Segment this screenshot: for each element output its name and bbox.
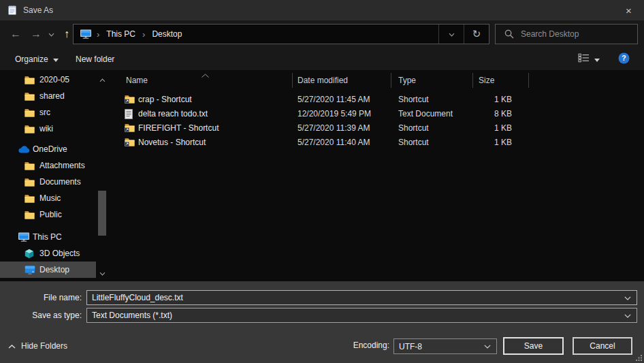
close-button[interactable]: × xyxy=(613,0,644,20)
sidebar-item-label: Desktop xyxy=(39,265,69,274)
chevron-down-icon xyxy=(48,29,54,39)
folder-shortcut-icon xyxy=(125,123,135,132)
folder-icon xyxy=(25,92,37,101)
column-header-date-modified[interactable]: Date modified xyxy=(293,73,391,88)
file-size: 1 KB xyxy=(449,95,512,104)
sidebar-item-music[interactable]: Music xyxy=(0,190,96,206)
sidebar-item-desktop[interactable]: Desktop xyxy=(0,262,96,278)
file-type: Shortcut xyxy=(398,95,429,104)
file-row-firefight-shortcut[interactable]: FIREFIGHT - Shortcut5/27/2020 11:39 AMSh… xyxy=(109,121,644,136)
help-button[interactable]: ? xyxy=(618,48,630,70)
organize-button[interactable]: Organize xyxy=(15,48,59,70)
sidebar-item-label: 2020-05 xyxy=(39,75,69,84)
save-as-dialog: Save As × ← → ↑ › This PC › Desktop ↻ Or… xyxy=(0,0,644,363)
chevron-down-icon xyxy=(449,29,455,39)
file-row-novetus-shortcut[interactable]: Novetus - Shortcut5/27/2020 11:40 AMShor… xyxy=(109,136,644,150)
sidebar-item-label: OneDrive xyxy=(33,144,67,154)
folder-shortcut-icon xyxy=(125,95,135,104)
file-date-modified: 5/27/2020 11:40 AM xyxy=(297,138,370,147)
refresh-button[interactable]: ↻ xyxy=(464,25,489,44)
folder-icon xyxy=(25,161,37,170)
scroll-down-button[interactable] xyxy=(97,268,108,279)
folder-tree: 2020-05sharedsrcwikiOneDriveAttachmentsD… xyxy=(0,72,109,281)
hide-folders-label: Hide Folders xyxy=(21,341,67,351)
file-name: crap - Shortcut xyxy=(138,95,192,104)
save-as-type-select[interactable]: Text Documents (*.txt) xyxy=(86,308,637,323)
breadcrumb[interactable]: › This PC › Desktop ↻ xyxy=(73,24,489,44)
chevron-up-icon xyxy=(99,75,106,84)
file-list: Name Date modified Type Size crap - Shor… xyxy=(109,70,644,281)
folder-shortcut-icon xyxy=(125,138,135,146)
search-icon xyxy=(504,29,514,39)
encoding-label: Encoding: xyxy=(308,341,389,350)
sidebar-item-this-pc[interactable]: This PC xyxy=(0,229,96,245)
sidebar-item-documents[interactable]: Documents xyxy=(0,174,96,190)
file-name-label: File name: xyxy=(0,293,82,302)
sidebar-item-onedrive[interactable]: OneDrive xyxy=(0,141,96,157)
file-name: FIREFIGHT - Shortcut xyxy=(138,123,219,133)
footer: File name: Save as type: Text Documents … xyxy=(0,281,644,363)
scrollbar-thumb[interactable] xyxy=(98,191,106,236)
file-type: Shortcut xyxy=(398,123,429,133)
sidebar-item-attachments[interactable]: Attachments xyxy=(0,157,96,174)
folder-icon xyxy=(25,210,37,219)
save-as-type-value: Text Documents (*.txt) xyxy=(92,311,172,320)
folder-icon xyxy=(25,178,37,187)
sidebar-item-label: wiki xyxy=(39,124,53,133)
resize-grip[interactable] xyxy=(636,355,642,361)
encoding-select[interactable]: UTF-8 xyxy=(393,338,497,354)
search-input[interactable] xyxy=(521,29,637,39)
sidebar-item-2020-05[interactable]: 2020-05 xyxy=(0,72,96,88)
file-name-combo xyxy=(86,290,637,305)
caret-down-icon xyxy=(53,54,59,64)
sidebar-item-label: src xyxy=(39,108,50,117)
breadcrumb-desktop[interactable]: Desktop xyxy=(150,25,184,44)
folder-icon xyxy=(25,76,37,84)
sidebar-scrollbar[interactable] xyxy=(97,70,108,281)
search-box xyxy=(495,24,638,44)
new-folder-button[interactable]: New folder xyxy=(76,48,114,70)
navigation-bar: ← → ↑ › This PC › Desktop ↻ xyxy=(0,20,644,48)
save-button[interactable]: Save xyxy=(503,337,564,355)
chevron-down-icon xyxy=(99,268,106,278)
change-view-button[interactable] xyxy=(578,48,600,70)
folder-icon xyxy=(25,125,37,133)
details-view-icon xyxy=(578,53,590,65)
window-title: Save As xyxy=(23,5,53,15)
address-dropdown-button[interactable] xyxy=(438,25,464,44)
file-name-input[interactable] xyxy=(92,293,637,302)
file-row-delta-reach-todo-txt[interactable]: delta reach todo.txt12/20/2019 5:49 PMTe… xyxy=(109,107,644,121)
sort-ascending-icon xyxy=(201,71,210,80)
organize-label: Organize xyxy=(15,54,48,64)
help-icon: ? xyxy=(618,52,630,66)
scroll-up-button[interactable] xyxy=(97,74,108,85)
sidebar-item-shared[interactable]: shared xyxy=(0,88,96,104)
sidebar-item-src[interactable]: src xyxy=(0,104,96,121)
column-header-type[interactable]: Type xyxy=(391,73,473,88)
file-row-crap-shortcut[interactable]: crap - Shortcut5/27/2020 11:45 AMShortcu… xyxy=(109,93,644,107)
forward-button[interactable]: → xyxy=(26,20,46,48)
file-date-modified: 5/27/2020 11:45 AM xyxy=(297,95,370,104)
sidebar-item-label: Attachments xyxy=(39,161,85,170)
sidebar-item-label: This PC xyxy=(33,232,62,242)
column-header-size[interactable]: Size xyxy=(473,73,529,88)
cube-3d-icon xyxy=(25,249,37,259)
sidebar-item-public[interactable]: Public xyxy=(0,206,96,223)
caret-down-icon xyxy=(594,54,600,64)
cancel-button[interactable]: Cancel xyxy=(573,337,632,355)
chevron-down-icon[interactable] xyxy=(624,296,631,300)
file-size: 1 KB xyxy=(449,123,512,133)
hide-folders-button[interactable]: Hide Folders xyxy=(8,337,67,354)
content-area: 2020-05sharedsrcwikiOneDriveAttachmentsD… xyxy=(0,70,644,281)
save-as-type-label: Save as type: xyxy=(0,311,82,320)
this-pc-icon xyxy=(18,232,31,242)
recent-locations-button[interactable] xyxy=(45,20,57,48)
sidebar-item-wiki[interactable]: wiki xyxy=(0,121,96,137)
back-button[interactable]: ← xyxy=(5,20,26,48)
encoding-value: UTF-8 xyxy=(399,342,422,351)
breadcrumb-this-pc[interactable]: This PC xyxy=(104,25,138,44)
sidebar-item-3d-objects[interactable]: 3D Objects xyxy=(0,245,96,262)
sidebar-item-label: 3D Objects xyxy=(39,249,80,258)
folder-icon xyxy=(25,108,37,117)
new-folder-label: New folder xyxy=(76,54,114,64)
